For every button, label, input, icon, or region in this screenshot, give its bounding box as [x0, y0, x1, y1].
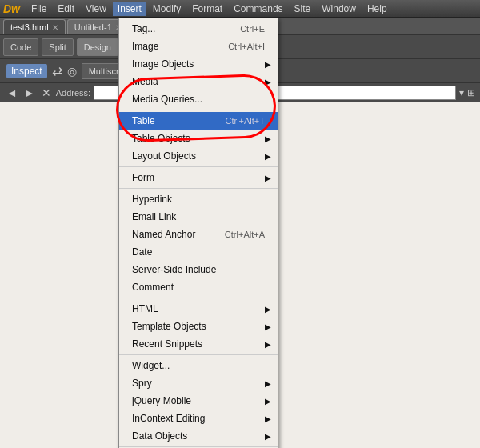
menu-image-objects-arrow: ▶	[265, 60, 271, 69]
menu-layout-objects[interactable]: Layout Objects ▶	[119, 147, 278, 165]
menu-data-objects-label: Data Objects	[132, 430, 187, 442]
menu-date[interactable]: Date	[119, 243, 278, 261]
menu-widget-label: Widget...	[132, 360, 170, 371]
inspect-icon2[interactable]: ◎	[67, 65, 77, 78]
menu-widget[interactable]: Widget...	[119, 357, 278, 374]
menu-section-1: Tag... Ctrl+E Image Ctrl+Alt+I Image Obj…	[119, 18, 278, 110]
menu-section-2: Table Ctrl+Alt+T Table Objects ▶ Layout …	[119, 110, 278, 167]
menu-server-side-include[interactable]: Server-Side Include	[119, 261, 278, 278]
menu-recent-snippets-label: Recent Snippets	[132, 338, 202, 350]
menu-section-5: HTML ▶ Template Objects ▶ Recent Snippet…	[119, 298, 278, 355]
menu-server-side-include-label: Server-Side Include	[132, 264, 216, 275]
menu-comment[interactable]: Comment	[119, 278, 278, 296]
address-extra-icon[interactable]: ⊞	[467, 87, 475, 98]
menu-section-6: Widget... Spry ▶ jQuery Mobile ▶ InConte…	[119, 355, 278, 447]
menu-media[interactable]: Media ▶	[119, 73, 278, 90]
menu-hyperlink[interactable]: Hyperlink	[119, 190, 278, 208]
menu-table-objects[interactable]: Table Objects ▶	[119, 130, 278, 147]
menu-html[interactable]: HTML ▶	[119, 300, 278, 318]
nav-forward-button[interactable]: ►	[22, 86, 37, 99]
menu-html-label: HTML	[132, 303, 158, 314]
menu-tag-label: Tag...	[132, 23, 155, 34]
menu-incontext-editing-arrow: ▶	[265, 414, 271, 423]
menu-media-arrow: ▶	[265, 78, 271, 86]
menu-view[interactable]: View	[81, 2, 111, 16]
menu-media-label: Media	[132, 76, 158, 87]
menu-hyperlink-label: Hyperlink	[132, 194, 172, 205]
menu-file[interactable]: File	[26, 2, 51, 16]
split-button[interactable]: Split	[42, 38, 73, 56]
menu-named-anchor-shortcut: Ctrl+Alt+A	[225, 230, 265, 239]
menu-spry-label: Spry	[132, 378, 152, 389]
menu-tag-shortcut: Ctrl+E	[240, 24, 265, 34]
tab-untitled1-label: Untitled-1	[74, 22, 112, 32]
menu-table-objects-label: Table Objects	[132, 133, 190, 144]
menu-format[interactable]: Format	[187, 2, 227, 16]
menu-image-objects-label: Image Objects	[132, 58, 194, 70]
menu-spry[interactable]: Spry ▶	[119, 374, 278, 392]
insert-menu: Tag... Ctrl+E Image Ctrl+Alt+I Image Obj…	[118, 18, 278, 448]
menu-image-label: Image	[132, 41, 158, 52]
menu-help[interactable]: Help	[362, 2, 392, 16]
menu-incontext-editing-label: InContext Editing	[132, 413, 205, 424]
menu-form-label: Form	[132, 172, 154, 183]
menu-data-objects-arrow: ▶	[265, 432, 271, 441]
menu-media-queries[interactable]: Media Queries...	[119, 90, 278, 108]
menu-named-anchor-label: Named Anchor	[132, 229, 195, 240]
menu-tag[interactable]: Tag... Ctrl+E	[119, 20, 278, 38]
tab-test3-label: test3.html	[10, 22, 49, 32]
menu-table-label: Table	[132, 115, 155, 126]
title-bar: Dw File Edit View Insert Modify Format C…	[0, 0, 480, 18]
menu-form-arrow: ▶	[265, 174, 271, 182]
menu-layout-objects-arrow: ▶	[265, 152, 271, 161]
nav-stop-button[interactable]: ✕	[40, 86, 53, 99]
menu-template-objects[interactable]: Template Objects ▶	[119, 318, 278, 335]
menu-edit[interactable]: Edit	[53, 2, 79, 16]
menu-jquery-mobile-arrow: ▶	[265, 397, 271, 406]
menu-section-3: Form ▶	[119, 167, 278, 189]
menu-recent-snippets-arrow: ▶	[265, 340, 271, 349]
design-button[interactable]: Design	[77, 38, 118, 56]
address-go-icon[interactable]: ▾	[459, 87, 464, 98]
inspect-button[interactable]: Inspect	[6, 64, 47, 78]
menu-spry-arrow: ▶	[265, 379, 271, 388]
address-label: Address:	[56, 88, 90, 98]
code-button[interactable]: Code	[3, 38, 38, 56]
menu-modify[interactable]: Modify	[148, 2, 186, 16]
menu-data-objects[interactable]: Data Objects ▶	[119, 427, 278, 445]
menu-image[interactable]: Image Ctrl+Alt+I	[119, 38, 278, 55]
menu-form[interactable]: Form ▶	[119, 169, 278, 186]
menu-layout-objects-label: Layout Objects	[132, 150, 196, 162]
menu-comment-label: Comment	[132, 282, 174, 293]
menu-section-4: Hyperlink Email Link Named Anchor Ctrl+A…	[119, 189, 278, 298]
menu-named-anchor[interactable]: Named Anchor Ctrl+Alt+A	[119, 226, 278, 243]
menu-table-objects-arrow: ▶	[265, 134, 271, 143]
menu-email-link-label: Email Link	[132, 211, 176, 222]
menu-image-objects[interactable]: Image Objects ▶	[119, 55, 278, 73]
menu-site[interactable]: Site	[290, 2, 316, 16]
menu-date-label: Date	[132, 246, 152, 258]
menu-media-queries-label: Media Queries...	[132, 94, 202, 105]
menu-window[interactable]: Window	[317, 2, 361, 16]
menu-image-shortcut: Ctrl+Alt+I	[228, 42, 265, 51]
menu-incontext-editing[interactable]: InContext Editing ▶	[119, 410, 278, 427]
menu-jquery-mobile-label: jQuery Mobile	[132, 395, 191, 406]
menu-html-arrow: ▶	[265, 305, 271, 314]
menu-recent-snippets[interactable]: Recent Snippets ▶	[119, 335, 278, 353]
tab-test3[interactable]: test3.html ✕	[3, 19, 66, 34]
menu-table[interactable]: Table Ctrl+Alt+T	[119, 112, 278, 130]
tab-test3-close[interactable]: ✕	[52, 23, 58, 32]
menu-insert[interactable]: Insert	[113, 2, 146, 16]
menu-email-link[interactable]: Email Link	[119, 208, 278, 226]
inspect-icon1[interactable]: ⇄	[52, 63, 62, 78]
nav-back-button[interactable]: ◄	[5, 86, 19, 99]
menu-table-shortcut: Ctrl+Alt+T	[225, 116, 265, 126]
menu-jquery-mobile[interactable]: jQuery Mobile ▶	[119, 392, 278, 410]
menu-bar: File Edit View Insert Modify Format Comm…	[26, 2, 392, 16]
app-logo: Dw	[3, 2, 20, 15]
menu-commands[interactable]: Commands	[229, 2, 287, 16]
menu-template-objects-label: Template Objects	[132, 321, 206, 332]
menu-template-objects-arrow: ▶	[265, 322, 271, 331]
